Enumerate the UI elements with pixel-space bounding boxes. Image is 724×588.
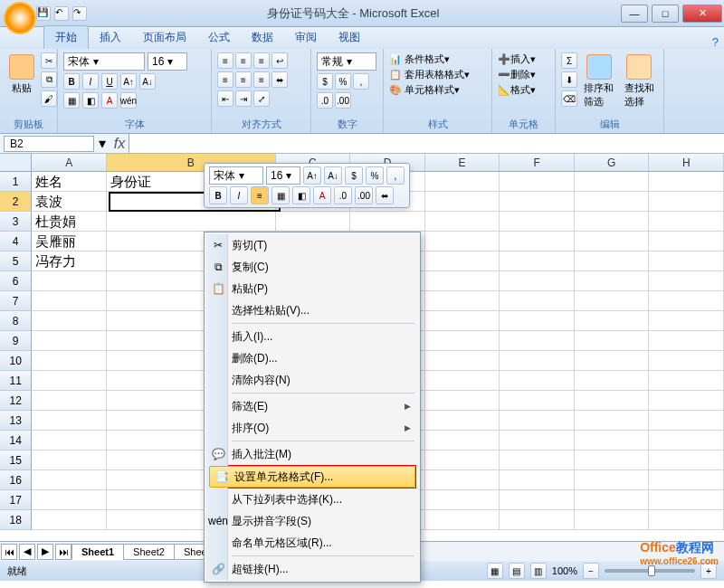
minimize-button[interactable]: —: [621, 5, 648, 23]
indent-inc-icon[interactable]: ⇥: [235, 90, 252, 107]
row-head[interactable]: 7: [0, 291, 32, 311]
indent-dec-icon[interactable]: ⇤: [217, 90, 233, 107]
ctx-dropdown-select[interactable]: 从下拉列表中选择(K)...: [206, 488, 418, 510]
tab-nav-first[interactable]: ⏮: [1, 544, 17, 560]
col-H[interactable]: H: [649, 154, 724, 171]
cell[interactable]: [649, 371, 724, 391]
ctx-paste[interactable]: 📋粘贴(P): [206, 278, 418, 299]
cell[interactable]: [32, 351, 107, 371]
tab-view[interactable]: 视图: [328, 26, 371, 49]
cell[interactable]: [649, 490, 724, 510]
orient-icon[interactable]: ⤢: [253, 90, 270, 107]
mini-percent-icon[interactable]: %: [366, 166, 384, 185]
fill-color-icon[interactable]: ◧: [82, 92, 99, 109]
cell[interactable]: 杜贵娟: [32, 212, 107, 232]
border-icon[interactable]: ▦: [63, 92, 80, 109]
cell[interactable]: [649, 351, 724, 371]
cell[interactable]: [425, 251, 500, 271]
cell[interactable]: [425, 470, 500, 490]
cell[interactable]: [425, 351, 500, 371]
ctx-delete[interactable]: 删除(D)...: [206, 347, 418, 369]
ctx-show-pinyin[interactable]: wén显示拼音字段(S): [206, 510, 418, 532]
undo-icon[interactable]: ↶: [54, 6, 69, 21]
cell[interactable]: [500, 192, 575, 212]
format-painter-icon[interactable]: 🖌: [41, 90, 57, 107]
cell[interactable]: [649, 311, 724, 331]
cell[interactable]: [425, 371, 500, 391]
fill-icon[interactable]: ⬇: [561, 71, 577, 88]
mini-fontcolor-icon[interactable]: A: [313, 186, 331, 204]
cell[interactable]: [575, 291, 650, 311]
mini-border-icon[interactable]: ▦: [272, 186, 290, 204]
row-head[interactable]: 8: [0, 311, 32, 331]
maximize-button[interactable]: □: [652, 5, 679, 23]
row-head[interactable]: 12: [0, 391, 32, 411]
mini-italic-button[interactable]: I: [230, 186, 248, 204]
cell[interactable]: [32, 271, 107, 291]
tab-home[interactable]: 开始: [43, 25, 89, 49]
row-head[interactable]: 5: [0, 251, 32, 271]
row-head[interactable]: 14: [0, 431, 32, 450]
tab-nav-next[interactable]: ▶: [37, 544, 53, 560]
row-head[interactable]: 9: [0, 331, 32, 351]
tab-nav-last[interactable]: ⏭: [55, 544, 71, 560]
cell[interactable]: [575, 411, 650, 431]
row-head[interactable]: 13: [0, 411, 32, 431]
cell[interactable]: [500, 391, 575, 411]
cell[interactable]: [649, 391, 724, 411]
mini-fill-icon[interactable]: ◧: [292, 186, 310, 204]
view-break-icon[interactable]: ▥: [530, 563, 547, 579]
select-all-corner[interactable]: [0, 154, 32, 171]
cell[interactable]: [425, 331, 500, 351]
cell[interactable]: [32, 411, 107, 431]
wen-icon[interactable]: wén: [120, 92, 137, 109]
bold-button[interactable]: B: [63, 73, 80, 90]
cell[interactable]: [575, 192, 650, 212]
cell[interactable]: [500, 450, 575, 470]
cell[interactable]: [500, 311, 575, 331]
cell[interactable]: [425, 291, 500, 311]
dec-dec-icon[interactable]: .00: [335, 92, 351, 109]
col-A[interactable]: A: [32, 154, 107, 171]
office-button[interactable]: [4, 2, 36, 34]
grow-font-icon[interactable]: A↑: [120, 73, 137, 90]
cell[interactable]: 袁波: [32, 192, 107, 212]
view-layout-icon[interactable]: ▤: [509, 563, 525, 579]
cell[interactable]: [425, 232, 500, 251]
cell[interactable]: [500, 411, 575, 431]
mini-shrink-icon[interactable]: A↓: [324, 166, 342, 185]
cell[interactable]: [425, 391, 500, 411]
row-head[interactable]: 2: [0, 192, 32, 212]
cell[interactable]: [500, 351, 575, 371]
cell[interactable]: [425, 411, 500, 431]
cell[interactable]: [500, 291, 575, 311]
cell[interactable]: [425, 271, 500, 291]
cell[interactable]: [649, 411, 724, 431]
cell[interactable]: [276, 212, 351, 232]
mini-decdec-icon[interactable]: .00: [355, 186, 373, 204]
mini-currency-icon[interactable]: $: [345, 166, 363, 185]
sheet-tab-1[interactable]: Sheet1: [71, 544, 124, 560]
mini-decinc-icon[interactable]: .0: [334, 186, 352, 204]
mini-bold-button[interactable]: B: [209, 186, 227, 204]
paste-button[interactable]: 粘贴: [5, 52, 38, 97]
cell[interactable]: [500, 212, 575, 232]
cond-format-button[interactable]: 📊 条件格式▾: [389, 52, 450, 66]
row-head[interactable]: 16: [0, 470, 32, 490]
cell[interactable]: [575, 391, 650, 411]
fx-icon[interactable]: fx: [110, 136, 129, 152]
mini-comma-icon[interactable]: ,: [386, 166, 405, 185]
row-head[interactable]: 10: [0, 351, 32, 371]
percent-icon[interactable]: %: [335, 73, 351, 90]
cell[interactable]: [649, 470, 724, 490]
cell[interactable]: [500, 371, 575, 391]
wrap-icon[interactable]: ↩: [272, 52, 288, 69]
cell[interactable]: [649, 291, 724, 311]
ctx-paste-special[interactable]: 选择性粘贴(V)...: [206, 299, 418, 321]
cell[interactable]: [32, 311, 107, 331]
formula-bar[interactable]: [129, 134, 724, 153]
tab-layout[interactable]: 页面布局: [132, 26, 197, 49]
insert-cells-button[interactable]: ➕插入▾: [498, 52, 536, 66]
inc-dec-icon[interactable]: .0: [317, 92, 333, 109]
font-color-icon[interactable]: A: [101, 92, 118, 109]
